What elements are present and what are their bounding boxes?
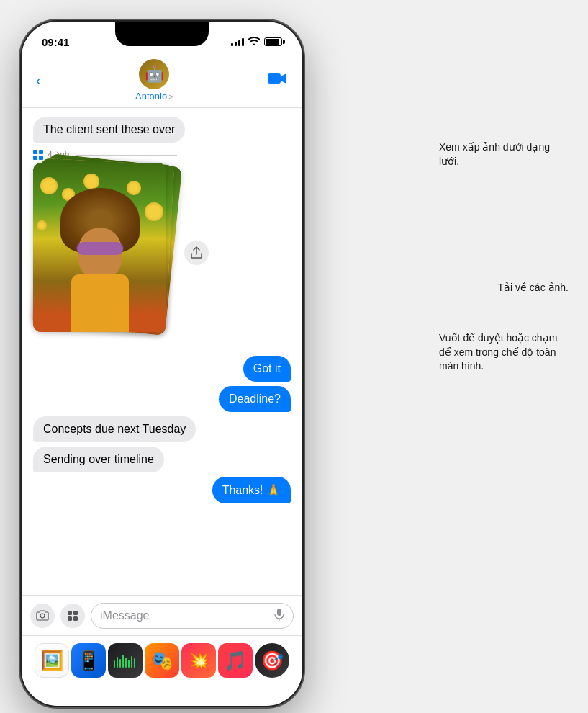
annotations-area: Xem xấp ảnh dưới dạng lưới. Tải về các ả… xyxy=(317,0,583,713)
notch xyxy=(115,22,209,46)
svg-rect-6 xyxy=(277,609,281,616)
svg-rect-12 xyxy=(125,658,127,668)
message-bubble-sent-deadline: Deadline? xyxy=(219,386,291,412)
battery-icon xyxy=(264,37,282,46)
list-item: Got it xyxy=(243,356,291,382)
share-button[interactable] xyxy=(184,241,209,265)
photo-stack[interactable] xyxy=(33,163,177,343)
app-strip: 🖼️ 📱 🎭 💥 🎵 🎯 xyxy=(22,635,302,689)
svg-rect-2 xyxy=(68,611,72,615)
music-icon[interactable]: 🎵 xyxy=(218,643,253,678)
annotation-swipe: Vuốt để duyệt hoặc chạm để xem trong chế… xyxy=(439,331,569,374)
camera-button[interactable] xyxy=(30,604,55,628)
mic-icon[interactable] xyxy=(274,608,284,624)
svg-rect-5 xyxy=(73,616,78,621)
svg-rect-0 xyxy=(268,73,281,84)
phone-frame: 09:41 ‹ 🤖 A xyxy=(22,22,302,706)
list-item: Thanks! 🙏 xyxy=(212,477,291,503)
svg-rect-13 xyxy=(128,660,130,668)
svg-rect-15 xyxy=(134,658,135,668)
status-icons xyxy=(231,37,282,48)
back-button[interactable]: ‹ xyxy=(36,72,41,89)
annotation-grid-view: Xem xấp ảnh dưới dạng lưới. xyxy=(439,140,569,169)
svg-rect-10 xyxy=(119,659,121,668)
contact-name: Antonio > xyxy=(135,91,173,102)
svg-rect-3 xyxy=(73,611,78,615)
photos-app-icon[interactable]: 🖼️ xyxy=(35,643,69,678)
message-bubble-sent: Got it xyxy=(243,356,291,382)
soundboard-icon[interactable] xyxy=(108,643,143,678)
message-bubble-timeline: Sending over timeline xyxy=(33,447,164,472)
list-item: The client sent these over xyxy=(33,117,185,143)
game-icon[interactable]: 💥 xyxy=(181,643,216,678)
signal-icon xyxy=(231,37,244,46)
list-item: Concepts due next Tuesday xyxy=(33,416,196,442)
wifi-icon xyxy=(248,37,260,48)
messages-area: The client sent these over 4 ảnh xyxy=(22,108,302,595)
message-bubble-concepts: Concepts due next Tuesday xyxy=(33,416,196,442)
svg-point-1 xyxy=(40,614,45,618)
svg-rect-4 xyxy=(68,616,72,621)
svg-rect-11 xyxy=(122,655,124,668)
nav-bar: ‹ 🤖 Antonio > xyxy=(22,56,302,108)
apps-button[interactable] xyxy=(60,604,85,628)
status-time: 09:41 xyxy=(42,36,69,48)
message-bubble-received: The client sent these over xyxy=(33,117,185,143)
memoji-icon[interactable]: 🎭 xyxy=(145,643,179,678)
fitness-icon[interactable]: 🎯 xyxy=(255,643,289,678)
list-item: Sending over timeline xyxy=(33,447,164,472)
appstore-icon[interactable]: 📱 xyxy=(71,643,106,678)
input-bar: iMessage xyxy=(22,595,302,635)
svg-rect-14 xyxy=(131,656,132,668)
list-item: Deadline? xyxy=(219,386,291,412)
message-input[interactable]: iMessage xyxy=(91,603,294,629)
photo-person xyxy=(53,188,147,332)
svg-rect-9 xyxy=(117,657,118,668)
contact-avatar: 🤖 xyxy=(139,59,169,89)
photo-card-front[interactable] xyxy=(33,163,166,332)
photo-stack-message[interactable]: 4 ảnh xyxy=(33,150,177,349)
annotation-download: Tải về các ảnh. xyxy=(497,281,569,295)
video-call-button[interactable] xyxy=(268,71,288,90)
message-bubble-thanks: Thanks! 🙏 xyxy=(212,477,291,503)
contact-info[interactable]: 🤖 Antonio > xyxy=(135,59,173,102)
svg-rect-8 xyxy=(114,660,115,668)
